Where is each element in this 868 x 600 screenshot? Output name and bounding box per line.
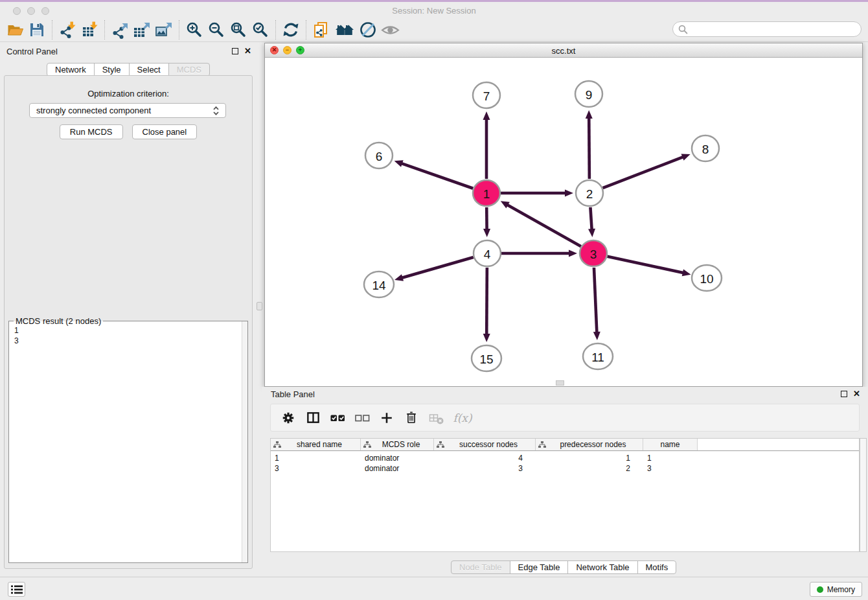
- function-builder-icon[interactable]: f(x): [448, 408, 477, 428]
- table-cell[interactable]: 1: [536, 454, 643, 463]
- export-image-icon[interactable]: [153, 19, 175, 40]
- close-panel-icon[interactable]: ✕: [244, 47, 251, 54]
- export-network-icon[interactable]: [109, 19, 131, 40]
- zoom-out-icon[interactable]: [205, 19, 227, 40]
- column-header-shared-name[interactable]: shared name: [271, 439, 361, 450]
- zoom-in-icon[interactable]: [183, 19, 205, 40]
- toolbar-separator: [52, 20, 52, 40]
- zoom-fit-icon[interactable]: [227, 19, 249, 40]
- graph-edge-arrowhead: [586, 110, 593, 119]
- home-networks-icon[interactable]: [332, 19, 357, 40]
- graph-node-label: 14: [372, 279, 386, 292]
- float-table-panel-icon[interactable]: [841, 391, 847, 397]
- horizontal-splitter-handle[interactable]: [556, 380, 564, 386]
- optimization-criterion-label: Optimization criterion:: [5, 89, 252, 98]
- table-cell[interactable]: 1: [271, 454, 361, 463]
- graph-edge-4-14[interactable]: [402, 257, 474, 278]
- table-row[interactable]: 1dominator411: [271, 453, 859, 463]
- add-column-icon[interactable]: [374, 408, 399, 428]
- memory-button[interactable]: Memory: [810, 582, 862, 597]
- hierarchy-icon: [273, 441, 281, 448]
- mcds-result-area[interactable]: 1 3: [9, 321, 247, 562]
- tab-motifs[interactable]: Motifs: [637, 560, 677, 574]
- graph-node-label: 6: [376, 150, 383, 163]
- table-cell[interactable]: 4: [434, 454, 536, 463]
- style-toggle-icon[interactable]: [357, 19, 379, 40]
- close-table-panel-icon[interactable]: ✕: [853, 390, 860, 397]
- close-panel-button[interactable]: Close panel: [132, 124, 198, 139]
- toolbar-separator: [104, 20, 105, 40]
- graph-edge-3-10[interactable]: [607, 257, 683, 273]
- control-panel: Control Panel ✕ Network Style Select MCD…: [0, 41, 258, 577]
- import-table-icon[interactable]: [78, 19, 100, 40]
- mcds-result-line: 1: [14, 325, 247, 336]
- tab-style[interactable]: Style: [94, 63, 130, 76]
- network-window-titlebar[interactable]: ✕ − + scc.txt: [265, 43, 862, 58]
- float-panel-icon[interactable]: [232, 48, 238, 54]
- vertical-splitter-handle[interactable]: [257, 302, 262, 310]
- deselect-checkboxes-icon[interactable]: [350, 408, 374, 428]
- column-header-mcds-role[interactable]: MCDS role: [361, 439, 434, 450]
- mcds-result-frame: MCDS result (2 nodes) 1 3: [8, 321, 248, 563]
- import-network-icon[interactable]: [56, 19, 78, 40]
- table-body: 1dominator4113dominator323: [271, 451, 859, 474]
- graph-edge-arrowhead: [569, 250, 577, 257]
- settings-gear-icon[interactable]: [276, 408, 301, 428]
- column-layout-icon[interactable]: [301, 408, 325, 428]
- tab-network-table[interactable]: Network Table: [567, 560, 637, 574]
- graph-edge-1-6[interactable]: [401, 163, 473, 189]
- table-cell[interactable]: dominator: [361, 464, 434, 473]
- mcds-result-title: MCDS result (2 nodes): [14, 316, 103, 326]
- column-header-name[interactable]: name: [643, 439, 698, 450]
- table-cell[interactable]: 3: [643, 464, 698, 473]
- graph-node-label: 9: [586, 88, 593, 102]
- table-cell[interactable]: 3: [271, 464, 361, 473]
- tab-mcds[interactable]: MCDS: [168, 63, 210, 76]
- clone-network-document-icon[interactable]: [310, 19, 332, 40]
- tab-network[interactable]: Network: [47, 63, 95, 76]
- graph-edge-3-11[interactable]: [594, 268, 597, 333]
- zoom-selected-icon[interactable]: [249, 19, 271, 40]
- graph-edge-4-15[interactable]: [486, 268, 487, 335]
- hierarchy-icon: [538, 441, 546, 448]
- table-cell[interactable]: 2: [536, 464, 643, 473]
- hide-eye-icon[interactable]: [379, 19, 401, 40]
- selected-criterion: strongly connected component: [36, 106, 213, 115]
- tab-edge-table[interactable]: Edge Table: [510, 560, 569, 574]
- optimization-criterion-select[interactable]: strongly connected component: [29, 103, 226, 118]
- save-floppy-icon[interactable]: [26, 19, 48, 40]
- graph-edge-2-8[interactable]: [603, 157, 684, 188]
- result-scrollbar[interactable]: [242, 321, 247, 562]
- task-list-button[interactable]: [8, 582, 25, 597]
- table-row[interactable]: 3dominator323: [271, 463, 859, 474]
- column-header-predecessor-nodes[interactable]: predecessor nodes: [536, 439, 643, 450]
- graph-edge-2-3[interactable]: [590, 207, 591, 230]
- column-header-successor-nodes[interactable]: successor nodes: [434, 439, 536, 450]
- search-field[interactable]: [672, 21, 862, 37]
- graph-node-label: 15: [479, 352, 493, 366]
- graph-edge-arrowhead: [483, 229, 490, 237]
- search-input[interactable]: [691, 23, 861, 36]
- node-table: shared name MCDS role successor nodes pr…: [270, 438, 860, 552]
- open-folder-icon[interactable]: [4, 19, 26, 40]
- tab-node-table[interactable]: Node Table: [451, 560, 510, 574]
- graph-edge-3-1[interactable]: [507, 205, 580, 247]
- table-cell[interactable]: dominator: [361, 454, 434, 463]
- delete-column-trash-icon[interactable]: [399, 408, 424, 428]
- run-mcds-button[interactable]: Run MCDS: [60, 124, 123, 139]
- graph-node-label: 10: [700, 272, 713, 286]
- graph-edge-arrowhead: [483, 111, 490, 120]
- table-header-row: shared name MCDS role successor nodes pr…: [271, 439, 859, 451]
- table-cell[interactable]: 3: [434, 464, 536, 473]
- graph-edge-2-9[interactable]: [589, 117, 589, 179]
- table-scrollbar[interactable]: [860, 438, 867, 552]
- table-cell[interactable]: 1: [643, 454, 698, 463]
- select-all-checkboxes-icon[interactable]: [325, 408, 350, 428]
- export-table-icon[interactable]: [131, 19, 153, 40]
- graph-node-label: 1: [483, 187, 490, 201]
- delete-table-icon[interactable]: [424, 408, 448, 428]
- tab-select[interactable]: Select: [129, 63, 169, 76]
- toolbar-separator: [179, 20, 179, 40]
- apply-layout-refresh-icon[interactable]: [280, 19, 302, 40]
- network-canvas[interactable]: 7968124314101511: [265, 58, 862, 386]
